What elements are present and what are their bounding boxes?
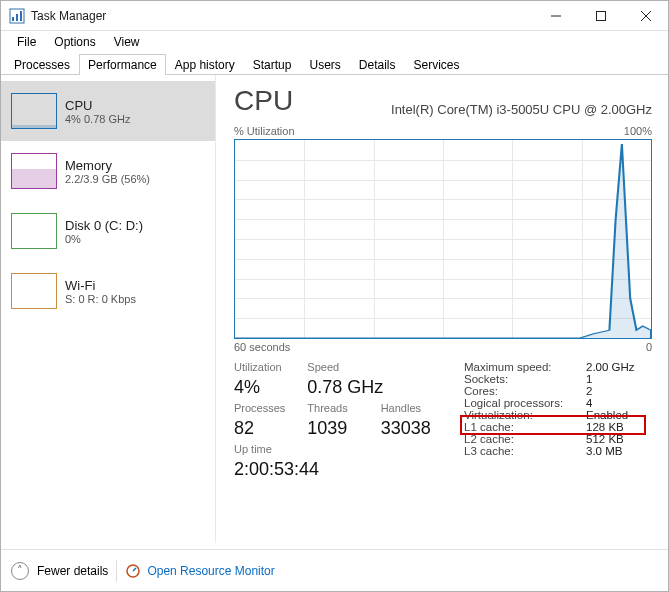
label-utilization: Utilization bbox=[234, 361, 297, 373]
menu-options[interactable]: Options bbox=[46, 33, 103, 51]
value-logical: 4 bbox=[586, 397, 592, 409]
sidebar-item-wifi[interactable]: Wi-Fi S: 0 R: 0 Kbps bbox=[1, 261, 215, 321]
tab-app-history[interactable]: App history bbox=[166, 54, 244, 75]
minimize-button[interactable] bbox=[533, 1, 578, 31]
utilization-chart bbox=[234, 139, 652, 339]
svg-rect-1 bbox=[12, 17, 14, 21]
divider bbox=[116, 560, 117, 582]
value-speed: 0.78 GHz bbox=[307, 377, 444, 398]
cpu-thumb-icon bbox=[11, 93, 57, 129]
value-sockets: 1 bbox=[586, 373, 592, 385]
label-maxspeed: Maximum speed: bbox=[464, 361, 586, 373]
label-processes: Processes bbox=[234, 402, 297, 414]
window-title: Task Manager bbox=[31, 9, 106, 23]
label-cores: Cores: bbox=[464, 385, 586, 397]
value-processes: 82 bbox=[234, 418, 297, 439]
menu-file[interactable]: File bbox=[9, 33, 44, 51]
maximize-button[interactable] bbox=[578, 1, 623, 31]
tab-startup[interactable]: Startup bbox=[244, 54, 301, 75]
sidebar-wifi-sub: S: 0 R: 0 Kbps bbox=[65, 293, 136, 305]
sidebar-memory-sub: 2.2/3.9 GB (56%) bbox=[65, 173, 150, 185]
label-uptime: Up time bbox=[234, 443, 444, 455]
sidebar-wifi-label: Wi-Fi bbox=[65, 278, 136, 293]
open-resource-monitor-label: Open Resource Monitor bbox=[147, 564, 274, 578]
value-threads: 1039 bbox=[307, 418, 370, 439]
chevron-up-icon: ˄ bbox=[11, 562, 29, 580]
sidebar-memory-label: Memory bbox=[65, 158, 150, 173]
value-maxspeed: 2.00 GHz bbox=[586, 361, 635, 373]
value-uptime: 2:00:53:44 bbox=[234, 459, 444, 480]
cpu-model: Intel(R) Core(TM) i3-5005U CPU @ 2.00GHz bbox=[391, 102, 652, 117]
svg-rect-5 bbox=[596, 11, 605, 20]
label-speed: Speed bbox=[307, 361, 370, 373]
label-l3: L3 cache: bbox=[464, 445, 586, 457]
close-button[interactable] bbox=[623, 1, 668, 31]
value-handles: 33038 bbox=[381, 418, 444, 439]
memory-thumb-icon bbox=[11, 153, 57, 189]
svg-rect-2 bbox=[16, 14, 18, 21]
menu-view[interactable]: View bbox=[106, 33, 148, 51]
resource-monitor-icon bbox=[125, 563, 141, 579]
value-utilization: 4% bbox=[234, 377, 297, 398]
tab-users[interactable]: Users bbox=[300, 54, 349, 75]
fewer-details-button[interactable]: Fewer details bbox=[37, 564, 108, 578]
label-sockets: Sockets: bbox=[464, 373, 586, 385]
sidebar-item-disk[interactable]: Disk 0 (C: D:) 0% bbox=[1, 201, 215, 261]
chart-xmin: 60 seconds bbox=[234, 341, 290, 353]
app-icon bbox=[9, 8, 25, 24]
value-l3: 3.0 MB bbox=[586, 445, 622, 457]
chart-xmax: 0 bbox=[646, 341, 652, 353]
sidebar-cpu-label: CPU bbox=[65, 98, 130, 113]
sidebar-disk-sub: 0% bbox=[65, 233, 143, 245]
svg-line-9 bbox=[133, 568, 136, 571]
tab-details[interactable]: Details bbox=[350, 54, 405, 75]
label-threads: Threads bbox=[307, 402, 370, 414]
label-logical: Logical processors: bbox=[464, 397, 586, 409]
sidebar-disk-label: Disk 0 (C: D:) bbox=[65, 218, 143, 233]
open-resource-monitor-link[interactable]: Open Resource Monitor bbox=[125, 563, 274, 579]
tab-processes[interactable]: Processes bbox=[5, 54, 79, 75]
disk-thumb-icon bbox=[11, 213, 57, 249]
sidebar-item-cpu[interactable]: CPU 4% 0.78 GHz bbox=[1, 81, 215, 141]
page-title: CPU bbox=[234, 85, 293, 117]
sidebar-item-memory[interactable]: Memory 2.2/3.9 GB (56%) bbox=[1, 141, 215, 201]
sidebar-cpu-sub: 4% 0.78 GHz bbox=[65, 113, 130, 125]
chart-ylabel: % Utilization bbox=[234, 125, 295, 137]
tab-services[interactable]: Services bbox=[405, 54, 469, 75]
virtualization-highlight bbox=[460, 415, 646, 435]
tab-performance[interactable]: Performance bbox=[79, 54, 166, 75]
svg-rect-3 bbox=[20, 11, 22, 21]
label-handles: Handles bbox=[381, 402, 444, 414]
chart-ymax: 100% bbox=[624, 125, 652, 137]
value-cores: 2 bbox=[586, 385, 592, 397]
wifi-thumb-icon bbox=[11, 273, 57, 309]
